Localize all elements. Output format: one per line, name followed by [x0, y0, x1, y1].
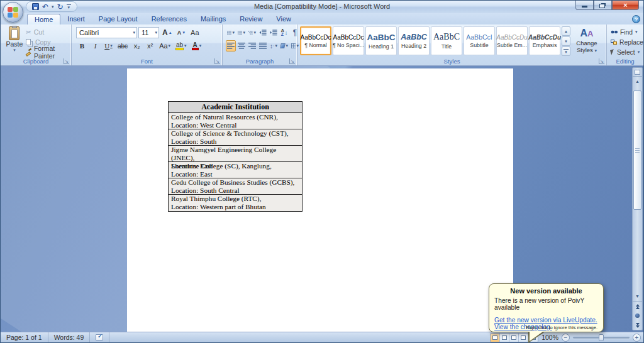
print-layout-view-button[interactable] — [491, 334, 500, 342]
minimize-icon — [582, 6, 587, 8]
align-left-button[interactable] — [226, 40, 236, 52]
group-styles: AaBbCcDc ¶ Normal AaBbCcDc ¶ No Spaci...… — [297, 24, 607, 65]
format-painter-button[interactable]: Format Painter — [26, 48, 70, 57]
clear-formatting-button[interactable]: Aa — [189, 27, 201, 38]
bold-button[interactable]: B — [76, 40, 88, 52]
numbering-button[interactable]: ▾ — [236, 27, 247, 38]
style-heading-2[interactable]: AaBbC Heading 2 — [398, 26, 430, 55]
font-group-label: Font — [72, 57, 221, 65]
help-button[interactable]: ? — [632, 15, 640, 23]
zoom-slider-thumb[interactable] — [599, 334, 604, 341]
underline-button[interactable]: U▾ — [103, 40, 114, 52]
decrease-indent-button[interactable] — [258, 27, 268, 38]
replace-button[interactable]: Replace — [611, 38, 643, 46]
underline-icon: U — [104, 42, 109, 50]
scrollbar-track[interactable] — [633, 86, 642, 291]
increase-indent-button[interactable] — [269, 27, 279, 38]
word-count[interactable]: Words: 49 — [48, 332, 91, 342]
justify-button[interactable] — [258, 40, 268, 52]
zoom-in-button[interactable]: + — [633, 334, 641, 342]
zoom-slider[interactable] — [573, 337, 630, 339]
style-subtle-emphasis[interactable]: AaBbCcDu Subtle Em... — [496, 26, 528, 55]
change-styles-button[interactable]: AA Change Styles ▾ — [572, 26, 602, 54]
word-window: ↶ ▾ ↻ ▾ Media [Compatibility Mode] - Mic… — [0, 0, 644, 343]
font-size-combo[interactable]: 11 ▾ — [138, 27, 159, 38]
shrink-font-button[interactable]: A▼ — [175, 27, 187, 38]
page-count[interactable]: Page: 1 of 1 — [1, 332, 48, 342]
shading-button[interactable]: ▾ — [279, 40, 289, 52]
full-screen-reading-view-button[interactable] — [500, 334, 509, 342]
table-row: College of Science & Technology (CST), L… — [169, 129, 302, 146]
styles-scroll-down-icon[interactable]: ▼ — [562, 36, 570, 46]
font-dialog-launcher[interactable]: ↘ — [214, 58, 220, 64]
style-no-spacing[interactable]: AaBbCcDc ¶ No Spaci... — [333, 26, 364, 55]
align-center-button[interactable] — [236, 40, 247, 52]
scroll-down-button[interactable]: ▼ — [633, 291, 642, 301]
styles-scroll-up-icon[interactable]: ▲ — [562, 26, 570, 36]
window-controls: × — [575, 1, 639, 10]
update-notification-balloon[interactable]: New version available There is a new ver… — [489, 283, 604, 332]
styles-gallery-expand-icon[interactable]: ▼ — [562, 46, 570, 56]
grow-font-button[interactable]: A▲ — [160, 27, 174, 38]
strikethrough-icon: abc — [118, 43, 128, 50]
tab-page-layout[interactable]: Page Layout — [92, 14, 145, 24]
subscript-icon: x₂ — [134, 42, 140, 50]
style-subtitle[interactable]: AaBbCcI Subtitle — [464, 26, 495, 55]
proofing-status[interactable]: ✓ — [90, 332, 109, 342]
align-right-button[interactable] — [247, 40, 257, 52]
previous-page-button[interactable] — [633, 302, 642, 311]
shrink-font-icon: A — [177, 30, 182, 36]
font-name-combo[interactable]: Calibri ▾ — [76, 27, 137, 38]
select-button[interactable]: Select ▾ — [611, 48, 643, 57]
document-page[interactable]: Academic Institution College of Natural … — [127, 68, 513, 332]
italic-button[interactable]: I — [89, 40, 101, 52]
zoom-out-button[interactable]: − — [562, 334, 570, 342]
table-row: Jigme Namgyel Engineering College (JNEC)… — [169, 146, 302, 162]
text-highlight-button[interactable]: ab ▾ — [174, 40, 189, 52]
sort-button[interactable]: AZ ↓ — [279, 27, 289, 38]
web-layout-view-button[interactable] — [509, 334, 519, 342]
style-title[interactable]: AaBbC Title — [431, 26, 462, 55]
select-browse-object-button[interactable] — [633, 311, 642, 320]
academic-institution-table[interactable]: Academic Institution College of Natural … — [168, 101, 303, 212]
decrease-indent-icon — [259, 29, 267, 36]
superscript-button[interactable]: x² — [144, 40, 156, 52]
change-case-button[interactable]: Aa▾ — [157, 40, 172, 52]
line-spacing-button[interactable]: ↕ ▾ — [269, 40, 279, 52]
paste-dropdown-icon: ▾ — [13, 48, 16, 53]
minimize-button[interactable] — [575, 1, 594, 10]
next-page-button[interactable] — [633, 320, 642, 330]
tab-insert[interactable]: Insert — [60, 14, 92, 24]
full-screen-reading-icon — [502, 335, 507, 340]
multilevel-list-button[interactable]: ▾ — [247, 27, 257, 38]
find-button[interactable]: Find ▾ — [611, 28, 643, 36]
styles-dialog-launcher[interactable]: ↘ — [599, 58, 604, 64]
close-button[interactable]: × — [612, 1, 639, 10]
style-heading-1[interactable]: AaBbC Heading 1 — [365, 26, 397, 55]
subscript-button[interactable]: x₂ — [131, 40, 143, 52]
font-color-button[interactable]: A ▾ — [190, 40, 204, 52]
bullets-button[interactable]: ▾ — [226, 27, 236, 38]
tab-home[interactable]: Home — [27, 14, 60, 24]
font-color-icon: A — [192, 42, 199, 50]
clipboard-dialog-launcher[interactable]: ↘ — [64, 58, 69, 64]
outline-view-button[interactable] — [519, 334, 528, 342]
paragraph-dialog-launcher[interactable]: ↘ — [289, 58, 295, 64]
tab-mailings[interactable]: Mailings — [194, 14, 233, 24]
liveupdate-link[interactable]: Get the new version via LiveUpdate. — [494, 317, 598, 324]
paste-button[interactable]: Paste ▾ — [5, 26, 24, 57]
scrollbar-thumb[interactable] — [633, 90, 641, 210]
status-bar: Page: 1 of 1 Words: 49 ✓ 100% − + — [1, 332, 643, 342]
scroll-up-button[interactable]: ▲ — [633, 77, 642, 86]
ruler-toggle-button[interactable] — [633, 68, 642, 77]
window-title: Media [Compatibility Mode] - Microsoft W… — [1, 3, 643, 10]
restore-button[interactable] — [594, 1, 612, 10]
tab-view[interactable]: View — [269, 14, 298, 24]
style-normal[interactable]: AaBbCcDc ¶ Normal — [300, 26, 331, 55]
cut-button[interactable]: ✂ Cut — [26, 28, 70, 36]
strikethrough-button[interactable]: abc — [116, 40, 130, 52]
office-button[interactable] — [3, 2, 23, 23]
tab-references[interactable]: References — [145, 14, 194, 24]
tab-review[interactable]: Review — [233, 14, 269, 24]
style-emphasis[interactable]: AaBbCcDu Emphasis — [529, 26, 560, 55]
